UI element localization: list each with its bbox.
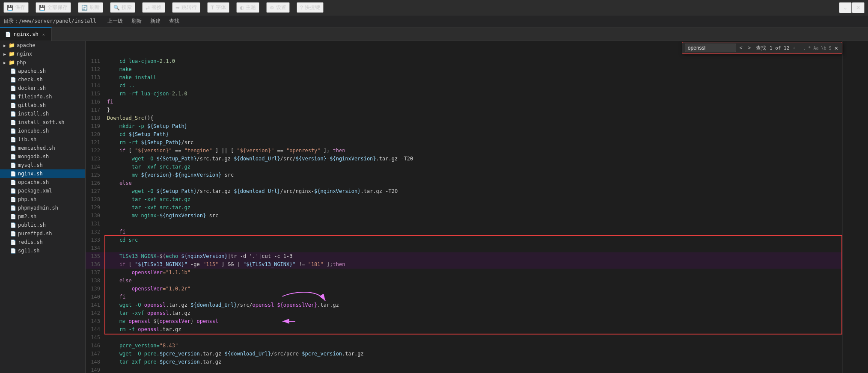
sidebar-file-ioncube-sh[interactable]: 📄 ioncube.sh — [0, 127, 85, 135]
theme-icon: ◐ — [240, 5, 244, 11]
sidebar-file-label: docker.sh — [18, 85, 46, 91]
search-prev-button[interactable]: < — [738, 44, 744, 51]
shortcuts-button[interactable]: ? 快捷键 — [297, 2, 324, 13]
save-button[interactable]: 💾 保存 — [3, 2, 29, 13]
sidebar-file-label: php.sh — [18, 196, 36, 202]
file-icon: 📄 — [10, 240, 16, 245]
search-find-label: 查找 — [754, 44, 768, 52]
breadcrumb: 目录：/www/server/panel/install 上一级 刷新 新建 查… — [0, 15, 868, 27]
toolbar: 💾 保存 💾 全部保存 🔄 刷新 🔍 搜索 ⇄ 替换 ➡ 跳转行 T 字体 ◐ … — [0, 0, 868, 15]
search-input[interactable] — [685, 44, 736, 52]
file-icon: 📄 — [10, 68, 16, 74]
sidebar-folder-label: apache — [17, 42, 35, 48]
tab-nginx-sh[interactable]: 📄 nginx.sh ✕ — [0, 27, 52, 41]
sidebar-file-install-sh[interactable]: 📄 install.sh — [0, 110, 85, 118]
sidebar-file-label: lib.sh — [18, 136, 36, 142]
tab-file-icon: 📄 — [5, 32, 11, 37]
sidebar-file-lib-sh[interactable]: 📄 lib.sh — [0, 135, 85, 144]
nav-search-button[interactable]: 查找 — [166, 17, 182, 26]
sidebar-file-label: nginx.sh — [18, 171, 43, 177]
sidebar-file-label: opcache.sh — [18, 179, 49, 185]
theme-button[interactable]: ◐ 主题 — [236, 2, 259, 13]
sidebar-file-check-sh[interactable]: 📄 check.sh — [0, 75, 85, 84]
sidebar-file-public-sh[interactable]: 📄 public.sh — [0, 221, 85, 229]
sidebar-file-pureftpd-sh[interactable]: 📄 pureftpd.sh — [0, 229, 85, 238]
file-icon: 📄 — [10, 163, 16, 168]
search-options: + . * Aa \b S — [793, 46, 831, 50]
goto-icon: ➡ — [175, 5, 180, 11]
sidebar-file-redis-sh[interactable]: 📄 redis.sh — [0, 238, 85, 246]
search-button[interactable]: 🔍 搜索 — [110, 2, 135, 13]
file-icon: 📄 — [10, 77, 16, 83]
goto-button[interactable]: ➡ 跳转行 — [172, 2, 200, 13]
sidebar-file-package-xml[interactable]: 📄 package.xml — [0, 186, 85, 195]
chevron-right-icon: ▶ — [3, 60, 6, 65]
sidebar-file-install-soft-sh[interactable]: 📄 install_soft.sh — [0, 118, 85, 127]
refresh-icon: 🔄 — [81, 5, 88, 11]
tab-label: nginx.sh — [14, 31, 39, 37]
file-icon: 📄 — [10, 128, 16, 134]
chevron-right-icon: ▶ — [3, 43, 6, 48]
sidebar-file-gitlab-sh[interactable]: 📄 gitlab.sh — [0, 101, 85, 110]
sidebar-file-fileinfo-sh[interactable]: 📄 fileinfo.sh — [0, 92, 85, 101]
sidebar-file-apache-sh[interactable]: 📄 apache.sh — [0, 67, 85, 75]
sidebar-file-php-sh[interactable]: 📄 php.sh — [0, 195, 85, 204]
file-icon: 📄 — [10, 171, 16, 177]
sidebar-file-memcached-sh[interactable]: 📄 memcached.sh — [0, 144, 85, 152]
sidebar-file-opcache-sh[interactable]: 📄 opcache.sh — [0, 178, 85, 186]
search-widget: < > 查找 1 of 12 + . * Aa \b S ✕ — [682, 42, 842, 54]
nav-new-button[interactable]: 新建 — [148, 17, 163, 26]
sidebar-file-label: sg11.sh — [18, 248, 40, 254]
sidebar-file-sg11-sh[interactable]: 📄 sg11.sh — [0, 246, 85, 255]
shortcuts-icon: ? — [300, 5, 303, 11]
nav-up-button[interactable]: 上一级 — [105, 17, 125, 26]
file-icon: 📄 — [10, 248, 16, 254]
sidebar-file-label: redis.sh — [18, 239, 43, 245]
breadcrumb-label: 目录：/www/server/panel/install — [3, 18, 96, 25]
sidebar-file-label: install_soft.sh — [18, 119, 64, 125]
minimap — [842, 41, 868, 373]
file-icon: 📄 — [10, 154, 16, 160]
close-window-button[interactable]: ✕ — [852, 2, 865, 13]
sidebar-item-apache[interactable]: ▶ 📁 apache — [0, 41, 85, 50]
sidebar-file-label: mongodb.sh — [18, 154, 49, 160]
save-all-button[interactable]: 💾 全部保存 — [36, 2, 71, 13]
font-icon: T — [211, 4, 214, 11]
sidebar-folder-label: nginx — [17, 51, 32, 57]
file-icon: 📄 — [10, 231, 16, 237]
settings-button[interactable]: ⚙ 设置 — [266, 2, 290, 13]
replace-button[interactable]: ⇄ 替换 — [142, 2, 165, 13]
search-count: 1 of 12 — [770, 45, 789, 51]
sidebar-item-nginx[interactable]: ▶ 📁 nginx — [0, 50, 85, 58]
sidebar-folder-label: php — [17, 59, 26, 65]
sidebar-file-phpmyadmin-sh[interactable]: 📄 phpmyadmin.sh — [0, 204, 85, 212]
file-icon: 📄 — [10, 137, 16, 142]
sidebar-item-php[interactable]: ▶ 📁 php — [0, 58, 85, 67]
sidebar: ▶ 📁 apache ▶ 📁 nginx ▶ 📁 php 📄 apache.sh… — [0, 41, 86, 373]
sidebar-file-mysql-sh[interactable]: 📄 mysql.sh — [0, 161, 85, 169]
sidebar-file-label: phpmyadmin.sh — [18, 205, 58, 211]
file-icon: 📄 — [10, 222, 16, 228]
search-next-button[interactable]: > — [746, 44, 752, 51]
tab-close-button[interactable]: ✕ — [41, 31, 46, 38]
refresh-button[interactable]: 🔄 刷新 — [78, 2, 103, 13]
file-icon: 📄 — [10, 205, 16, 211]
file-icon: 📄 — [10, 103, 16, 108]
sidebar-file-label: ioncube.sh — [18, 128, 49, 134]
sidebar-file-label: install.sh — [18, 111, 49, 117]
font-button[interactable]: T 字体 — [207, 2, 229, 13]
nav-refresh-button[interactable]: 刷新 — [129, 17, 144, 26]
file-icon: 📄 — [10, 145, 16, 151]
search-close-button[interactable]: ✕ — [833, 44, 839, 51]
sidebar-file-mongodb-sh[interactable]: 📄 mongodb.sh — [0, 152, 85, 161]
sidebar-file-docker-sh[interactable]: 📄 docker.sh — [0, 84, 85, 92]
file-icon: 📄 — [10, 86, 16, 91]
sidebar-file-pm2-sh[interactable]: 📄 pm2.sh — [0, 212, 85, 221]
sidebar-file-nginx-sh[interactable]: 📄 nginx.sh — [0, 169, 85, 178]
sidebar-file-label: public.sh — [18, 222, 46, 228]
toolbar-right: ⌄ ✕ — [839, 2, 865, 13]
file-icon: 📄 — [10, 214, 16, 219]
file-icon: 📄 — [10, 111, 16, 117]
save-icon: 💾 — [7, 5, 13, 11]
collapse-button[interactable]: ⌄ — [839, 2, 852, 13]
